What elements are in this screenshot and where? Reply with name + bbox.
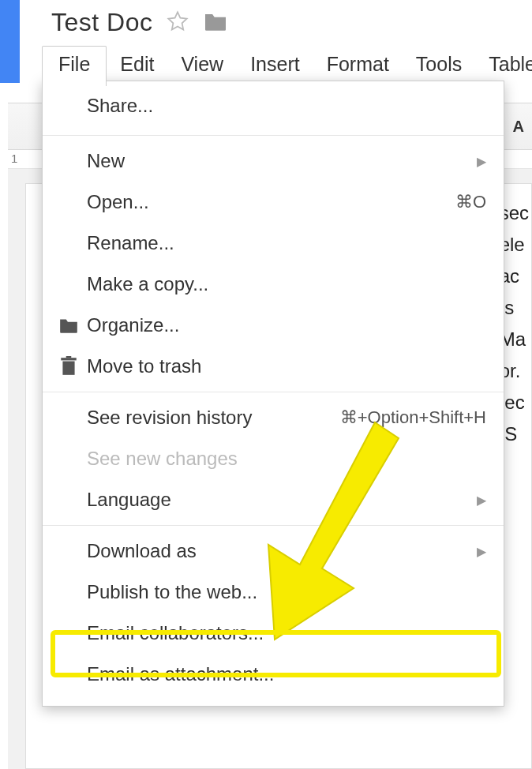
menu-item-label: Make a copy... [82,273,486,295]
menu-new-changes: See new changes [43,438,504,479]
menu-edit[interactable]: Edit [107,47,167,85]
document-title[interactable]: Test Doc [51,8,152,37]
file-menu-dropdown: Share... New ▶ Open... ⌘O Rename... Make… [42,81,504,707]
menu-open[interactable]: Open... ⌘O [43,182,504,223]
menu-item-label: Download as [82,540,477,562]
menu-table[interactable]: Table [475,47,532,85]
menu-item-label: Email collaborators... [82,622,486,644]
menu-download-as[interactable]: Download as ▶ [43,531,504,572]
menu-language[interactable]: Language ▶ [43,479,504,520]
svg-marker-0 [169,12,187,29]
menu-file[interactable]: File [42,46,107,86]
menu-email-collaborators[interactable]: Email collaborators... [43,613,504,654]
menu-item-label: Email as attachment... [82,663,486,685]
star-icon[interactable] [167,10,189,36]
separator [43,392,504,392]
folder-icon [55,317,82,334]
separator [43,525,504,526]
menu-item-label: Organize... [82,314,486,336]
menu-email-attachment[interactable]: Email as attachment... [43,654,504,695]
menu-item-label: Language [82,489,477,511]
svg-rect-2 [61,358,77,360]
shortcut-text: ⌘O [455,192,486,212]
svg-rect-3 [66,356,72,358]
menu-item-label: Share... [82,95,486,117]
folder-icon[interactable] [203,11,228,35]
menu-view[interactable]: View [167,47,237,85]
shortcut-text: ⌘+Option+Shift+H [340,407,486,428]
menu-rename[interactable]: Rename... [43,223,504,264]
menu-insert[interactable]: Insert [237,47,313,85]
menu-format[interactable]: Format [313,47,403,85]
menu-publish-web[interactable]: Publish to the web... [43,572,504,613]
menu-item-label: Move to trash [82,355,486,377]
font-indicator: A [513,118,524,136]
trash-icon [55,356,82,377]
menu-tools[interactable]: Tools [403,47,475,85]
menu-item-label: Open... [82,191,455,213]
ruler-mark: 1 [11,152,17,165]
menu-item-label: See new changes [82,448,486,470]
app-brand-strip [0,0,20,83]
menu-revision-history[interactable]: See revision history ⌘+Option+Shift+H [43,397,504,438]
submenu-arrow-icon: ▶ [477,544,486,559]
menu-item-label: Publish to the web... [82,581,486,603]
menu-trash[interactable]: Move to trash [43,346,504,387]
submenu-arrow-icon: ▶ [477,154,486,169]
menu-make-copy[interactable]: Make a copy... [43,264,504,305]
menu-new[interactable]: New ▶ [43,141,504,182]
menu-organize[interactable]: Organize... [43,305,504,346]
title-row: Test Doc [51,8,228,37]
submenu-arrow-icon: ▶ [477,493,486,508]
svg-rect-1 [62,362,74,375]
menu-share[interactable]: Share... [43,81,504,130]
menu-item-label: Rename... [82,232,486,254]
menu-item-label: New [82,150,477,172]
menu-item-label: See revision history [82,407,340,429]
separator [43,135,504,136]
